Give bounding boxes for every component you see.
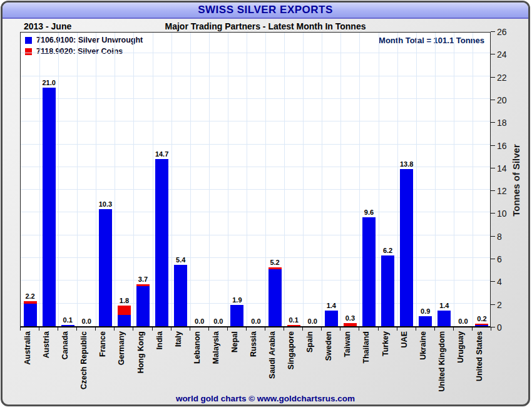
- v-gridline: [284, 33, 285, 326]
- chart-subtitle: Major Trading Partners - Latest Month In…: [3, 21, 528, 31]
- x-tick-mark: [378, 327, 379, 331]
- bar-segment: [400, 169, 413, 326]
- x-tick-mark: [76, 327, 77, 331]
- v-gridline: [379, 33, 379, 326]
- bar-value-label: 1.4: [431, 302, 458, 309]
- bar-value-label: 2.2: [16, 292, 44, 300]
- y-tick-label: 18: [497, 118, 518, 128]
- x-axis-label: Singapore: [287, 331, 299, 396]
- x-axis-label: Saudi Arabia: [268, 331, 280, 396]
- x-axis-label: Thailand: [362, 331, 374, 396]
- v-gridline: [247, 33, 247, 326]
- y-tick-mark: [491, 145, 495, 146]
- y-tick-label: 24: [497, 49, 518, 59]
- y-tick-label: 10: [497, 209, 518, 219]
- y-tick-label: 2: [497, 300, 518, 310]
- y-tick-mark: [491, 168, 495, 168]
- plot-area: 7106.9100: Silver Unwrought 7118.9020: S…: [20, 32, 491, 327]
- x-tick-mark: [58, 327, 58, 331]
- bar-segment: [118, 306, 131, 315]
- x-axis-label: Hong Kong: [136, 331, 149, 396]
- v-gridline: [209, 33, 210, 326]
- h-gridline: [21, 303, 490, 304]
- x-tick-mark: [416, 327, 416, 331]
- bar-value-label: 1.4: [317, 302, 345, 309]
- bar-segment: [24, 301, 37, 304]
- y-tick-mark: [491, 236, 495, 237]
- x-tick-mark: [340, 327, 340, 331]
- x-tick-mark: [133, 327, 133, 331]
- legend-label: 7118.9020: Silver Coins: [36, 47, 123, 56]
- x-tick-mark: [397, 327, 397, 331]
- bar-value-label: 21.0: [35, 79, 63, 86]
- x-tick-mark: [208, 327, 209, 331]
- x-axis-label: Nepal: [230, 331, 243, 396]
- x-tick-mark: [472, 327, 473, 331]
- h-gridline: [21, 53, 490, 53]
- y-tick-mark: [491, 213, 495, 214]
- bar-segment: [136, 286, 150, 326]
- x-axis-label: Ukraine: [419, 331, 431, 396]
- bar-value-label: 6.2: [374, 247, 402, 254]
- x-tick-mark: [152, 327, 153, 331]
- h-gridline: [21, 235, 490, 235]
- y-tick-label: 4: [497, 277, 518, 287]
- bar-segment: [269, 267, 282, 270]
- title-bar: SWISS SILVER EXPORTS: [3, 3, 528, 19]
- v-gridline: [115, 33, 115, 326]
- x-axis-label: Sweden: [324, 331, 337, 396]
- v-gridline: [322, 33, 322, 326]
- v-gridline: [416, 33, 417, 326]
- y-tick-mark: [491, 122, 495, 123]
- x-tick-mark: [39, 327, 39, 331]
- bar-segment: [43, 88, 56, 326]
- x-axis-label: Italy: [174, 331, 187, 396]
- bar-value-label: 0.0: [242, 317, 270, 325]
- bar-value-label: 0.0: [73, 317, 100, 325]
- v-gridline: [58, 33, 59, 326]
- y-tick-mark: [491, 281, 495, 282]
- y-tick-mark: [491, 190, 495, 191]
- h-gridline: [21, 189, 490, 190]
- x-tick-mark: [265, 327, 265, 331]
- bar-value-label: 3.7: [130, 276, 157, 283]
- y-tick-label: 16: [497, 141, 518, 151]
- v-gridline: [303, 33, 304, 326]
- bar-segment: [287, 325, 300, 326]
- bar-value-label: 14.7: [148, 150, 176, 158]
- x-axis-label: Lebanon: [193, 331, 205, 396]
- v-gridline: [265, 33, 266, 326]
- y-tick-mark: [491, 54, 495, 54]
- y-tick-mark: [491, 100, 495, 100]
- y-tick-label: 12: [497, 186, 518, 196]
- y-tick-label: 14: [497, 163, 518, 173]
- v-gridline: [39, 33, 40, 326]
- bar-value-label: 0.2: [468, 315, 496, 322]
- x-tick-mark: [359, 327, 359, 331]
- v-gridline: [359, 33, 360, 326]
- x-axis-label: Germany: [117, 331, 130, 396]
- legend-swatch-blue: [25, 37, 32, 44]
- y-tick-mark: [491, 327, 495, 327]
- h-gridline: [21, 76, 490, 76]
- v-gridline: [190, 33, 191, 326]
- h-gridline: [21, 144, 490, 145]
- y-tick-mark: [491, 259, 495, 259]
- legend-item-coins: 7118.9020: Silver Coins: [25, 47, 143, 56]
- y-tick-label: 6: [497, 254, 518, 264]
- bar-value-label: 5.4: [167, 256, 195, 264]
- x-axis-label: Canada: [61, 331, 73, 396]
- bar-value-label: 5.2: [261, 259, 289, 266]
- x-axis-label: United States: [475, 331, 488, 396]
- v-gridline: [340, 33, 341, 326]
- y-axis-title: Tonnes of Silver: [511, 114, 523, 247]
- x-axis-label: Uruguay: [456, 331, 469, 396]
- y-tick-mark: [491, 31, 495, 32]
- bar-value-label: 0.0: [299, 317, 326, 325]
- h-gridline: [21, 98, 490, 99]
- v-gridline: [228, 33, 228, 326]
- legend: 7106.9100: Silver Unwrought 7118.9020: S…: [25, 36, 143, 58]
- x-axis-label: India: [155, 331, 168, 396]
- x-tick-mark: [434, 327, 435, 331]
- legend-swatch-red: [25, 48, 32, 55]
